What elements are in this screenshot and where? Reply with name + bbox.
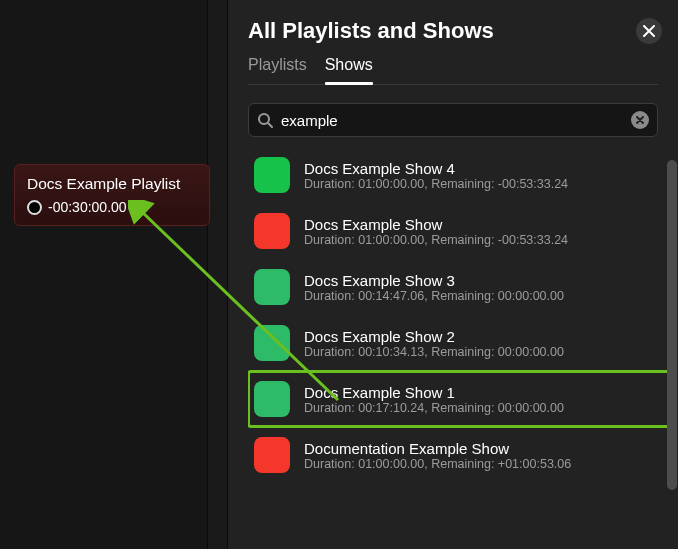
list-item-text: Documentation Example ShowDuration: 01:0… bbox=[304, 440, 658, 471]
left-panel: Docs Example Playlist -00:30:00.00 bbox=[0, 0, 208, 549]
list-item-title: Docs Example Show 1 bbox=[304, 384, 658, 401]
search-icon bbox=[257, 112, 273, 128]
panel-header: All Playlists and Shows Playlists Shows bbox=[228, 0, 678, 85]
list-item-text: Docs Example Show 1Duration: 00:17:10.24… bbox=[304, 384, 658, 415]
list-item-sub: Duration: 00:14:47.06, Remaining: 00:00:… bbox=[304, 289, 658, 303]
list-item-title: Docs Example Show 3 bbox=[304, 272, 658, 289]
panel-title: All Playlists and Shows bbox=[248, 18, 658, 44]
list-item-sub: Duration: 00:10:34.13, Remaining: 00:00:… bbox=[304, 345, 658, 359]
search-input[interactable] bbox=[273, 112, 631, 129]
clear-search-button[interactable] bbox=[631, 111, 649, 129]
right-panel: All Playlists and Shows Playlists Shows … bbox=[227, 0, 678, 549]
record-circle-icon bbox=[27, 200, 42, 215]
tab-shows[interactable]: Shows bbox=[325, 56, 373, 84]
list-item-title: Docs Example Show bbox=[304, 216, 658, 233]
scrollbar-track[interactable] bbox=[666, 140, 678, 549]
shows-list: Docs Example Show 4Duration: 01:00:00.00… bbox=[248, 147, 670, 527]
close-button[interactable] bbox=[636, 18, 662, 44]
search-field[interactable] bbox=[248, 103, 658, 137]
list-item-text: Docs Example Show 2Duration: 00:10:34.13… bbox=[304, 328, 658, 359]
list-item[interactable]: Docs Example ShowDuration: 01:00:00.00, … bbox=[248, 203, 670, 259]
playlist-time: -00:30:00.00 bbox=[48, 199, 127, 215]
list-item-title: Docs Example Show 4 bbox=[304, 160, 658, 177]
color-swatch bbox=[254, 325, 290, 361]
playlist-title: Docs Example Playlist bbox=[27, 175, 197, 193]
tabs: Playlists Shows bbox=[248, 56, 658, 85]
close-icon bbox=[643, 25, 655, 37]
x-icon bbox=[636, 116, 644, 124]
color-swatch bbox=[254, 437, 290, 473]
list-item-sub: Duration: 01:00:00.00, Remaining: +01:00… bbox=[304, 457, 658, 471]
playlist-time-row: -00:30:00.00 bbox=[27, 199, 197, 215]
list-item-text: Docs Example ShowDuration: 01:00:00.00, … bbox=[304, 216, 658, 247]
list-item-sub: Duration: 01:00:00.00, Remaining: -00:53… bbox=[304, 177, 658, 191]
scrollbar-thumb[interactable] bbox=[667, 160, 677, 490]
list-item[interactable]: Docs Example Show 3Duration: 00:14:47.06… bbox=[248, 259, 670, 315]
color-swatch bbox=[254, 157, 290, 193]
list-item-text: Docs Example Show 3Duration: 00:14:47.06… bbox=[304, 272, 658, 303]
list-item[interactable]: Docs Example Show 2Duration: 00:10:34.13… bbox=[248, 315, 670, 371]
list-item[interactable]: Docs Example Show 4Duration: 01:00:00.00… bbox=[248, 147, 670, 203]
tab-playlists[interactable]: Playlists bbox=[248, 56, 307, 84]
list-item-title: Documentation Example Show bbox=[304, 440, 658, 457]
svg-line-1 bbox=[268, 123, 272, 127]
list-item-sub: Duration: 00:17:10.24, Remaining: 00:00:… bbox=[304, 401, 658, 415]
list-item-sub: Duration: 01:00:00.00, Remaining: -00:53… bbox=[304, 233, 658, 247]
color-swatch bbox=[254, 269, 290, 305]
color-swatch bbox=[254, 381, 290, 417]
list-item-title: Docs Example Show 2 bbox=[304, 328, 658, 345]
color-swatch bbox=[254, 213, 290, 249]
list-item-text: Docs Example Show 4Duration: 01:00:00.00… bbox=[304, 160, 658, 191]
playlist-tile[interactable]: Docs Example Playlist -00:30:00.00 bbox=[14, 164, 210, 226]
list-item[interactable]: Documentation Example ShowDuration: 01:0… bbox=[248, 427, 670, 483]
list-item[interactable]: Docs Example Show 1Duration: 00:17:10.24… bbox=[248, 371, 670, 427]
